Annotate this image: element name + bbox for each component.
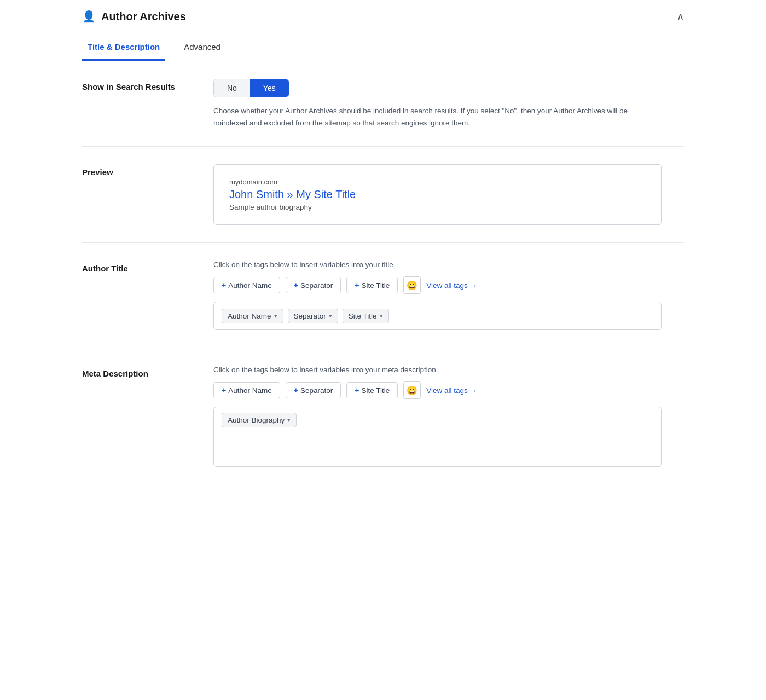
author-title-instruction: Click on the tags below to insert variab… xyxy=(213,261,684,269)
plus-icon-4: + xyxy=(222,386,226,395)
author-title-content: Click on the tags below to insert variab… xyxy=(213,261,684,330)
preview-box: mydomain.com John Smith » My Site Title … xyxy=(213,164,662,225)
site-title-tag-button[interactable]: + Site Title xyxy=(346,277,398,293)
separator-meta-tag-button[interactable]: + Separator xyxy=(286,382,341,398)
author-biography-chip-label: Author Biography xyxy=(228,416,285,424)
author-biography-chip[interactable]: Author Biography ▾ xyxy=(222,413,297,427)
preview-domain: mydomain.com xyxy=(229,178,646,186)
collapse-chevron-icon[interactable]: ∧ xyxy=(677,10,684,22)
author-name-meta-tag-button[interactable]: + Author Name xyxy=(213,382,280,398)
site-title-meta-tag-button[interactable]: + Site Title xyxy=(346,382,398,398)
site-title-chip-label: Site Title xyxy=(349,312,377,320)
toggle-no-button[interactable]: No xyxy=(214,79,250,97)
meta-description-instruction: Click on the tags below to insert variab… xyxy=(213,366,684,374)
tab-title-description[interactable]: Title & Description xyxy=(82,33,165,61)
toggle-yes-button[interactable]: Yes xyxy=(250,79,289,97)
author-icon: 👤 xyxy=(82,10,96,23)
toggle-group: No Yes xyxy=(213,79,289,97)
page-container: 👤 Author Archives ∧ Title & Description … xyxy=(71,0,695,484)
separator-tag-button[interactable]: + Separator xyxy=(286,277,341,293)
view-all-tags-link-title[interactable]: View all tags → xyxy=(426,281,477,290)
meta-description-input-area[interactable]: Author Biography ▾ xyxy=(213,407,662,467)
preview-row: Preview mydomain.com John Smith » My Sit… xyxy=(82,147,684,243)
preview-description: Sample author biography xyxy=(229,203,646,211)
tabs-bar: Title & Description Advanced xyxy=(71,33,695,61)
search-results-description: Choose whether your Author Archives shou… xyxy=(213,105,640,129)
tab-advanced[interactable]: Advanced xyxy=(178,33,226,61)
author-name-chip[interactable]: Author Name ▾ xyxy=(222,309,283,323)
header-left: 👤 Author Archives xyxy=(82,10,186,23)
site-title-tag-label: Site Title xyxy=(361,281,390,290)
plus-icon-6: + xyxy=(355,386,359,395)
plus-icon-2: + xyxy=(294,281,298,290)
section-title: Author Archives xyxy=(101,10,186,23)
meta-description-row: Meta Description Click on the tags below… xyxy=(82,348,684,484)
meta-description-tag-buttons: + Author Name + Separator + Site Title 😀… xyxy=(213,381,684,399)
author-title-tag-buttons: + Author Name + Separator + Site Title 😀… xyxy=(213,276,684,294)
author-name-chip-label: Author Name xyxy=(228,312,271,320)
preview-title: John Smith » My Site Title xyxy=(229,188,646,201)
author-title-label: Author Title xyxy=(82,261,213,273)
section-header: 👤 Author Archives ∧ xyxy=(71,0,695,33)
view-all-tags-link-meta[interactable]: View all tags → xyxy=(426,386,477,395)
plus-icon-1: + xyxy=(222,281,226,290)
separator-tag-label: Separator xyxy=(300,281,333,290)
preview-label: Preview xyxy=(82,164,213,177)
separator-chip-arrow: ▾ xyxy=(329,313,332,320)
site-title-chip[interactable]: Site Title ▾ xyxy=(343,309,389,323)
site-title-meta-label: Site Title xyxy=(361,386,390,395)
meta-description-label: Meta Description xyxy=(82,366,213,378)
emoji-tag-button[interactable]: 😀 xyxy=(403,276,421,294)
author-name-tag-label: Author Name xyxy=(228,281,272,290)
plus-icon-3: + xyxy=(355,281,359,290)
search-results-row: Show in Search Results No Yes Choose whe… xyxy=(82,61,684,147)
search-results-label: Show in Search Results xyxy=(82,79,213,91)
author-name-meta-label: Author Name xyxy=(228,386,272,395)
author-name-chip-arrow: ▾ xyxy=(274,313,277,320)
meta-description-content: Click on the tags below to insert variab… xyxy=(213,366,684,467)
separator-meta-label: Separator xyxy=(300,386,333,395)
author-title-input-area[interactable]: Author Name ▾ Separator ▾ Site Title ▾ xyxy=(213,302,662,330)
preview-content: mydomain.com John Smith » My Site Title … xyxy=(213,164,684,225)
content-area: Show in Search Results No Yes Choose whe… xyxy=(71,61,695,484)
site-title-chip-arrow: ▾ xyxy=(380,313,383,320)
separator-chip[interactable]: Separator ▾ xyxy=(288,309,338,323)
author-biography-chip-arrow: ▾ xyxy=(287,416,291,424)
separator-chip-label: Separator xyxy=(294,312,326,320)
author-title-row: Author Title Click on the tags below to … xyxy=(82,243,684,348)
emoji-meta-tag-button[interactable]: 😀 xyxy=(403,381,421,399)
plus-icon-5: + xyxy=(294,386,298,395)
author-name-tag-button[interactable]: + Author Name xyxy=(213,277,280,293)
search-results-content: No Yes Choose whether your Author Archiv… xyxy=(213,79,684,129)
